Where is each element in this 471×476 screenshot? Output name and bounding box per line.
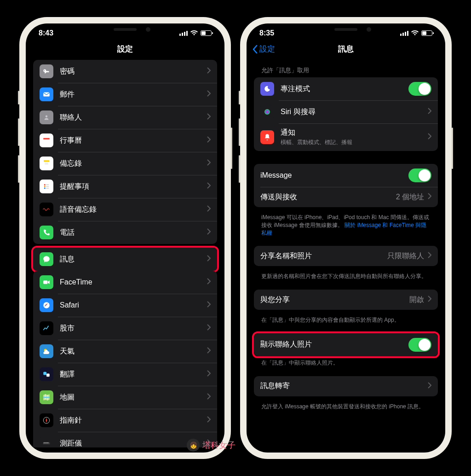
svg-rect-6 bbox=[44, 160, 49, 162]
row-value: 2 個地址 bbox=[396, 192, 424, 202]
chevron-right-icon bbox=[207, 393, 211, 401]
row-passwords[interactable]: 密碼 bbox=[33, 60, 217, 83]
page-title: 訊息 bbox=[338, 44, 354, 54]
chevron-right-icon bbox=[207, 159, 211, 168]
facetime-icon bbox=[40, 275, 53, 289]
row-stocks[interactable]: 股市 bbox=[33, 317, 217, 340]
row-label: Siri 與搜尋 bbox=[281, 107, 428, 117]
row-label: 股市 bbox=[60, 324, 207, 333]
chevron-right-icon bbox=[207, 301, 211, 309]
row-label: 與您分享 bbox=[260, 295, 409, 305]
row-siri[interactable]: Siri 與搜尋 bbox=[254, 100, 438, 123]
phone-left: 8:43 設定 密碼郵件聯絡人行事曆備忘錄提醒事項語音備忘錄電話 訊息FaceT… bbox=[19, 17, 231, 459]
chevron-right-icon bbox=[207, 324, 211, 332]
mute-switch[interactable] bbox=[239, 91, 240, 104]
row-sendrecv[interactable]: 傳送與接收2 個地址 bbox=[254, 187, 438, 207]
row-label: 專注模式 bbox=[281, 84, 408, 94]
row-forward[interactable]: 訊息轉寄 bbox=[254, 376, 438, 396]
mail-icon bbox=[40, 87, 53, 101]
wifi-icon bbox=[190, 30, 198, 36]
chevron-right-icon bbox=[207, 113, 211, 122]
status-time: 8:35 bbox=[259, 29, 274, 37]
row-mail[interactable]: 郵件 bbox=[33, 83, 217, 106]
cellular-icon bbox=[400, 31, 408, 36]
settings-list[interactable]: 密碼郵件聯絡人行事曆備忘錄提醒事項語音備忘錄電話 訊息FaceTimeSafar… bbox=[26, 60, 224, 447]
row-maps[interactable]: 地圖 bbox=[33, 386, 217, 409]
power-button[interactable] bbox=[231, 128, 232, 169]
toggle-imessage[interactable] bbox=[408, 168, 431, 182]
row-facetime[interactable]: FaceTime bbox=[33, 271, 217, 294]
row-phone[interactable]: 電話 bbox=[33, 221, 217, 244]
back-label: 設定 bbox=[259, 44, 275, 54]
chevron-right-icon bbox=[207, 278, 211, 286]
measure-icon bbox=[40, 436, 53, 447]
row-label: 行事曆 bbox=[60, 136, 207, 145]
volume-down[interactable] bbox=[18, 155, 19, 183]
row-voicememos[interactable]: 語音備忘錄 bbox=[33, 198, 217, 221]
chevron-right-icon bbox=[207, 136, 211, 145]
messages-settings[interactable]: 允許「訊息」取用 專注模式Siri 與搜尋通知橫幅、震動模式、標記、播報 iMe… bbox=[247, 60, 445, 447]
messages-icon bbox=[40, 252, 53, 266]
volume-up[interactable] bbox=[18, 118, 19, 146]
toggle-showphotos[interactable] bbox=[408, 338, 431, 352]
svg-rect-18 bbox=[43, 372, 46, 375]
row-safari[interactable]: Safari bbox=[33, 294, 217, 317]
row-translate[interactable]: 翻譯 bbox=[33, 363, 217, 386]
chevron-right-icon bbox=[207, 205, 211, 214]
status-indicators bbox=[400, 30, 432, 36]
row-calendar[interactable]: 行事曆 bbox=[33, 129, 217, 152]
chevron-right-icon bbox=[207, 228, 211, 237]
row-focus[interactable]: 專注模式 bbox=[254, 77, 438, 100]
calendar-icon bbox=[40, 134, 53, 147]
row-label: 聯絡人 bbox=[60, 113, 207, 122]
chevron-right-icon bbox=[207, 182, 211, 191]
row-label: 分享名稱和照片 bbox=[260, 251, 387, 261]
toggle-focus[interactable] bbox=[408, 82, 431, 96]
notch bbox=[304, 23, 387, 36]
chevron-right-icon bbox=[207, 347, 211, 355]
volume-up[interactable] bbox=[239, 118, 240, 146]
section-header-allow: 允許「訊息」取用 bbox=[254, 60, 438, 77]
back-button[interactable]: 設定 bbox=[252, 44, 275, 54]
battery-icon bbox=[421, 30, 432, 36]
row-imessage[interactable]: iMessage bbox=[254, 164, 438, 187]
row-sharename[interactable]: 分享名稱和照片只限聯絡人 bbox=[254, 246, 438, 266]
footer-sharename: 更新過的名稱和照片會在您下次傳送訊息時自動與所有聯絡人分享。 bbox=[254, 270, 438, 284]
safari-icon bbox=[40, 298, 53, 312]
row-label: 電話 bbox=[60, 228, 207, 238]
row-shared[interactable]: 與您分享開啟 bbox=[254, 290, 438, 310]
svg-point-0 bbox=[44, 70, 45, 71]
row-showphotos[interactable]: 顯示聯絡人照片 bbox=[254, 333, 438, 356]
row-value: 只限聯絡人 bbox=[387, 251, 424, 261]
row-label: 備忘錄 bbox=[60, 159, 207, 168]
row-label: 提醒事項 bbox=[60, 182, 207, 192]
volume-down[interactable] bbox=[239, 155, 240, 183]
phone-right: 8:35 設定 訊息 允許「訊息」取用 專注模式Siri 與搜尋通知橫幅、震動模… bbox=[240, 17, 452, 459]
row-messages[interactable]: 訊息 bbox=[33, 248, 217, 271]
mute-switch[interactable] bbox=[18, 91, 19, 104]
power-button[interactable] bbox=[452, 128, 453, 169]
row-label: 訊息轉寄 bbox=[260, 381, 428, 391]
row-reminders[interactable]: 提醒事項 bbox=[33, 175, 217, 198]
nav-header: 設定 bbox=[26, 39, 224, 60]
compass-icon bbox=[40, 413, 53, 427]
chevron-right-icon bbox=[207, 90, 211, 99]
svg-point-10 bbox=[44, 186, 46, 187]
row-label: 語音備忘錄 bbox=[60, 205, 207, 215]
row-weather[interactable]: 天氣 bbox=[33, 340, 217, 363]
row-label: 天氣 bbox=[60, 347, 207, 356]
row-label: 翻譯 bbox=[60, 370, 207, 379]
chevron-right-icon bbox=[428, 252, 431, 260]
row-compass[interactable]: 指南針 bbox=[33, 409, 217, 432]
maps-icon bbox=[40, 390, 53, 404]
voicememos-icon bbox=[40, 203, 53, 216]
row-notifications[interactable]: 通知橫幅、震動模式、標記、播報 bbox=[254, 123, 438, 151]
row-contacts[interactable]: 聯絡人 bbox=[33, 106, 217, 129]
row-sublabel: 橫幅、震動模式、標記、播報 bbox=[281, 139, 428, 146]
reminders-icon bbox=[40, 180, 53, 193]
svg-rect-15 bbox=[43, 280, 47, 284]
highlight-messages: 訊息 bbox=[31, 246, 219, 273]
row-notes[interactable]: 備忘錄 bbox=[33, 152, 217, 175]
row-label: 訊息 bbox=[60, 255, 207, 264]
watermark: 👧 塔科女子 bbox=[187, 439, 236, 452]
